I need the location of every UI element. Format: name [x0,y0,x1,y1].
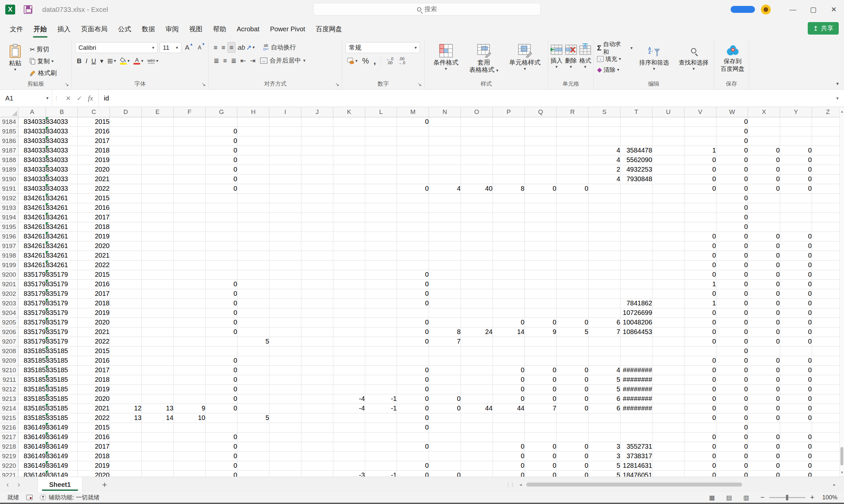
cell-A9221[interactable]: 836149 [18,470,46,476]
cell-D9197[interactable] [110,241,142,251]
cell-Z9191[interactable] [812,184,844,193]
cell-L9202[interactable] [365,289,397,299]
cell-T9200[interactable] [620,270,652,280]
cell-T9189[interactable]: 4932253 [620,165,652,174]
cell-G9217[interactable]: 0 [205,432,237,442]
cell-H9196[interactable] [237,232,269,241]
cell-I9210[interactable] [269,365,302,375]
row-header-9186[interactable]: 9186 [0,136,18,146]
align-center-icon[interactable]: ≡ [222,55,229,66]
cell-G9207[interactable] [205,337,237,346]
copy-button[interactable]: 复制▾ [30,56,57,67]
cell-K9203[interactable] [333,299,365,308]
cell-Q9219[interactable]: 0 [524,451,556,461]
cell-S9184[interactable] [588,117,620,126]
cell-C9200[interactable]: 2015 [78,270,110,280]
cell-A9202[interactable]: 835179 [18,289,46,299]
cell-O9220[interactable] [461,461,493,470]
cell-G9202[interactable]: 0 [205,289,237,299]
cell-U9199[interactable] [652,260,685,270]
cell-K9188[interactable] [333,155,365,165]
cell-L9208[interactable] [365,346,397,356]
cell-D9221[interactable] [110,470,142,476]
cell-E9205[interactable] [142,318,174,327]
page-break-view-icon[interactable]: ▥ [743,494,749,501]
cell-W9195[interactable]: 0 [716,222,748,232]
cell-Q9191[interactable]: 0 [524,184,556,193]
cell-Y9192[interactable] [780,193,812,203]
cell-W9196[interactable]: 0 [716,232,748,241]
cell-A9184[interactable]: 834033 [18,117,46,126]
cell-S9191[interactable] [588,184,620,193]
cell-L9203[interactable] [365,299,397,308]
cell-O9208[interactable] [461,346,493,356]
cell-L9185[interactable] [365,126,397,136]
column-header-L[interactable]: L [365,107,397,117]
align-middle-icon[interactable]: ≡ [220,42,227,53]
cell-T9202[interactable] [620,289,652,299]
cell-K9217[interactable] [333,432,365,442]
cell-L9219[interactable] [365,451,397,461]
cell-K9190[interactable] [333,174,365,184]
cell-K9197[interactable] [333,241,365,251]
enter-icon[interactable]: ✓ [77,94,82,102]
cell-U9217[interactable] [652,432,685,442]
cell-Q9207[interactable] [524,337,556,346]
cell-A9192[interactable]: 834261 [18,193,46,203]
cell-W9186[interactable]: 0 [716,136,748,146]
clear-button[interactable]: ◆清除▾ [597,65,633,75]
cell-H9208[interactable] [237,346,269,356]
cell-S9217[interactable] [588,432,620,442]
cell-S9220[interactable]: 5 [588,461,620,470]
cell-I9195[interactable] [269,222,302,232]
cell-H9218[interactable] [237,442,269,451]
sort-filter-button[interactable]: AZ↓ 排序和筛选 ▾ [636,42,672,79]
cell-N9219[interactable] [429,451,461,461]
tab-scroll-splitter[interactable]: ⋮⋮ [506,482,514,488]
cell-J9186[interactable] [302,136,333,146]
cell-Q9198[interactable] [524,251,556,260]
cell-S9219[interactable]: 3 [588,451,620,461]
cell-K9213[interactable]: -4 [333,394,365,403]
alignment-dialog-launcher[interactable]: ↘ [335,82,339,87]
cell-O9217[interactable] [461,432,493,442]
cell-X9214[interactable]: 0 [748,403,780,413]
cell-T9214[interactable]: ######## [620,403,652,413]
cell-G9188[interactable]: 0 [205,155,237,165]
column-header-T[interactable]: T [620,107,652,117]
cell-M9204[interactable] [397,308,429,318]
cell-J9203[interactable] [302,299,333,308]
row-header-9220[interactable]: 9220 [0,461,18,470]
cell-M9187[interactable] [397,146,429,155]
cell-K9189[interactable] [333,165,365,174]
cell-V9189[interactable]: 0 [684,165,716,174]
cell-O9202[interactable] [461,289,493,299]
cell-B9199[interactable]: 834261 [46,260,78,270]
cell-F9214[interactable]: 9 [173,403,205,413]
cell-F9217[interactable] [173,432,205,442]
cell-F9206[interactable] [173,327,205,337]
cell-K9192[interactable] [333,193,365,203]
cell-B9214[interactable]: 835185 [46,403,78,413]
cell-G9209[interactable]: 0 [205,356,237,365]
column-header-M[interactable]: M [397,107,429,117]
cell-P9187[interactable] [493,146,524,155]
cell-F9192[interactable] [173,193,205,203]
cell-N9202[interactable] [429,289,461,299]
cell-N9187[interactable] [429,146,461,155]
cell-M9199[interactable] [397,260,429,270]
font-color-button[interactable]: A▾ [132,56,145,66]
cell-P9199[interactable] [493,260,524,270]
cell-J9205[interactable] [302,318,333,327]
cell-X9190[interactable]: 0 [748,174,780,184]
cell-C9211[interactable]: 2018 [78,375,110,384]
cell-styles-button[interactable]: 单元格样式 ▾ [509,42,540,79]
cell-V9217[interactable]: 0 [684,432,716,442]
cell-T9193[interactable] [620,203,652,213]
cell-B9218[interactable]: 836149 [46,442,78,451]
decrease-font-icon[interactable]: A▾ [196,42,206,53]
cell-Y9212[interactable]: 0 [780,384,812,394]
cell-Y9209[interactable]: 0 [780,356,812,365]
cell-P9201[interactable] [493,280,524,289]
cell-R9213[interactable]: 0 [556,394,588,403]
